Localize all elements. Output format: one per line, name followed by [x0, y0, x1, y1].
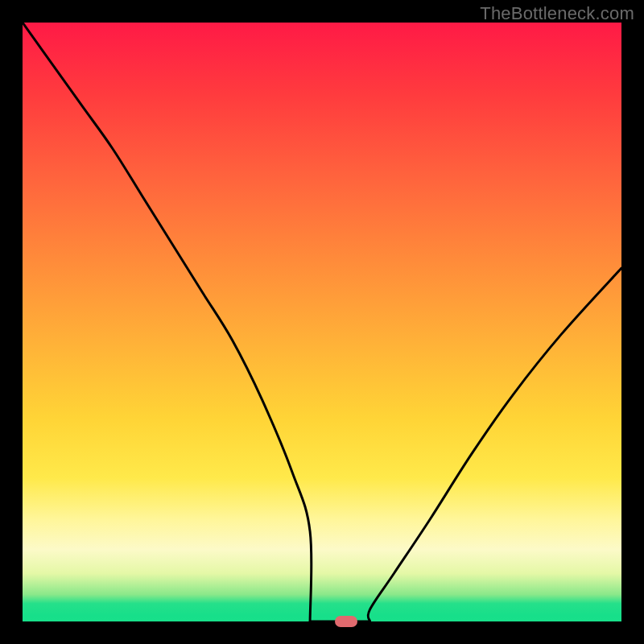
optimal-marker	[335, 616, 357, 627]
watermark-text: TheBottleneck.com	[480, 3, 634, 24]
chart-frame: TheBottleneck.com	[0, 0, 644, 644]
plot-area	[23, 23, 621, 621]
bottleneck-curve	[23, 23, 621, 621]
